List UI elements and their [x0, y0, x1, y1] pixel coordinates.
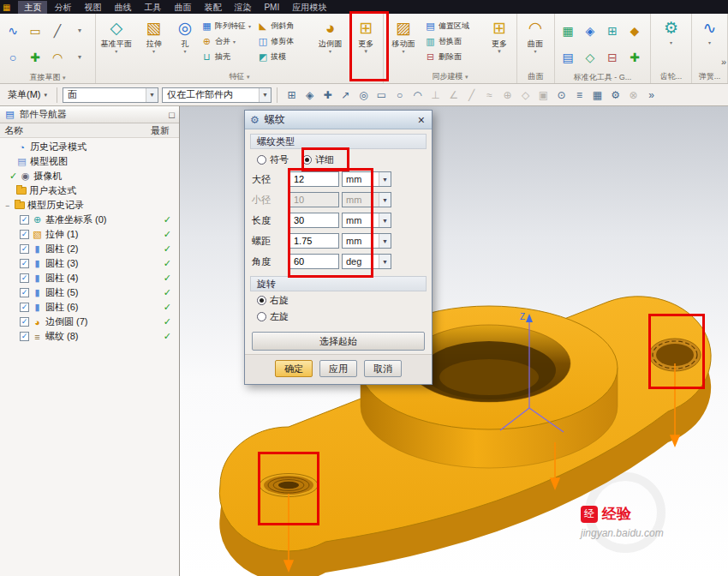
unit-select[interactable]: mm ▼	[342, 213, 391, 228]
point-snap-icon[interactable]: ✚	[319, 87, 337, 104]
checkbox-icon[interactable]: ✓	[20, 215, 29, 225]
checkbox-icon[interactable]: ✓	[20, 288, 29, 297]
std-tool-icon[interactable]: ⊞	[601, 17, 624, 44]
radio-detailed[interactable]: 详细	[302, 153, 334, 166]
draft-button[interactable]: ◩ 拔模	[255, 51, 311, 63]
sketch-more2-icon[interactable]: ▾	[69, 44, 91, 70]
unite-button[interactable]: ⊕ 合并▾	[200, 35, 255, 48]
tree-item-cylinder[interactable]: ✓ ▮ 圆柱 (2) ✓	[0, 242, 179, 256]
shell-button[interactable]: ⊔ 抽壳	[200, 51, 255, 63]
offset-region-button[interactable]: ▤ 偏置区域	[423, 20, 483, 33]
pitch-input[interactable]	[289, 233, 339, 249]
arc-icon[interactable]: ◠	[409, 87, 427, 104]
grid-snap-icon[interactable]: ⊞	[283, 87, 301, 104]
feature-more-button[interactable]: ⊞ 更多 ▼	[349, 15, 383, 70]
undock-icon[interactable]: □	[169, 110, 175, 120]
rectangle-icon[interactable]: ▭	[373, 87, 391, 104]
major-diameter-input[interactable]	[289, 171, 339, 187]
surface-button[interactable]: ◠ 曲面 ▾	[517, 15, 553, 70]
checkbox-icon[interactable]: ✓	[20, 332, 29, 341]
circle-tool-icon[interactable]: ○	[2, 44, 24, 70]
tree-item-thread[interactable]: ✓ ≡ 螺纹 (8) ✓	[0, 329, 179, 344]
circle-icon[interactable]: ○	[391, 87, 409, 104]
radio-symbolic[interactable]: 符号	[257, 153, 289, 166]
studio-spline-icon[interactable]: ∿	[2, 17, 24, 44]
settings-icon[interactable]: ⚙	[606, 87, 624, 104]
tree-item-user-expressions[interactable]: 用户表达式	[0, 183, 179, 198]
tree-item-cylinder[interactable]: ✓ ▮ 圆柱 (4) ✓	[0, 271, 179, 285]
rotation-section-header[interactable]: 旋转	[250, 276, 427, 291]
apply-button[interactable]: 应用	[319, 360, 357, 377]
rectangle-tool-icon[interactable]: ▭	[24, 17, 46, 44]
arc-tool-icon[interactable]: ◠	[46, 44, 69, 70]
tree-item-edge-blend[interactable]: ✓ ◕ 边倒圆 (7) ✓	[0, 315, 179, 329]
menu-button[interactable]: 菜单(M)▾	[3, 87, 51, 103]
checkbox-icon[interactable]: ✓	[20, 317, 29, 327]
no-snap-icon[interactable]: ⊗	[624, 87, 642, 104]
tab-application[interactable]: 应用模块	[286, 1, 332, 14]
mesh-icon[interactable]: ▦	[588, 87, 606, 104]
std-tool-icon[interactable]: ◇	[579, 44, 601, 70]
tab-analysis[interactable]: 分析	[48, 1, 77, 14]
angle-input[interactable]	[289, 254, 339, 269]
radio-left-hand[interactable]: 左旋	[257, 310, 420, 323]
cancel-button[interactable]: 取消	[364, 360, 402, 377]
checkbox-icon[interactable]: ✓	[20, 259, 29, 268]
type-filter-combo[interactable]: 面 ▼	[63, 87, 158, 103]
line-tool-icon[interactable]: ╱	[46, 17, 69, 44]
tree-item-cylinder[interactable]: ✓ ▮ 圆柱 (6) ✓	[0, 300, 179, 315]
tree-item-extrude[interactable]: ✓ ▧ 拉伸 (1) ✓	[0, 227, 179, 242]
tab-assembly[interactable]: 装配	[198, 1, 227, 14]
scope-combo[interactable]: 仅在工作部件内 ▼	[162, 87, 272, 103]
unit-select[interactable]: deg ▼	[342, 254, 391, 269]
tree-item-cylinder[interactable]: ✓ ▮ 圆柱 (3) ✓	[0, 256, 179, 271]
std-tool-icon[interactable]: ◈	[579, 17, 601, 44]
unit-select[interactable]: mm ▼	[342, 233, 391, 249]
delete-face-button[interactable]: ⊟ 删除面	[423, 51, 483, 63]
checkbox-icon[interactable]: ✓	[20, 303, 29, 312]
trim-body-button[interactable]: ◫ 修剪体	[255, 35, 311, 48]
list-icon[interactable]: ≡	[570, 87, 588, 104]
vector-icon[interactable]: ↗	[337, 87, 355, 104]
column-header-name[interactable]: 名称	[4, 124, 23, 137]
length-input[interactable]	[289, 213, 339, 228]
select-start-button[interactable]: 选择起始	[252, 332, 425, 351]
panel-icon[interactable]: ▣	[534, 87, 552, 104]
tab-pmi[interactable]: PMI	[258, 1, 285, 14]
datum-plane-button[interactable]: ◇ 基准平面 ▾	[96, 15, 137, 70]
std-tool-icon[interactable]: ✚	[624, 44, 646, 70]
threaded-hole-left[interactable]	[260, 474, 318, 497]
move-face-button[interactable]: ▨ 移动面 ▾	[384, 15, 423, 70]
std-tool-icon[interactable]: ⊟	[601, 44, 624, 70]
tree-item-cylinder[interactable]: ✓ ▮ 圆柱 (5) ✓	[0, 285, 179, 300]
offset-icon[interactable]: ⊕	[498, 87, 516, 104]
std-tool-icon[interactable]: ▦	[557, 17, 579, 44]
angle-icon[interactable]: ∠	[445, 87, 462, 104]
unit-select[interactable]: mm ▼	[342, 171, 391, 187]
tab-surface[interactable]: 曲面	[168, 1, 197, 14]
radio-right-hand[interactable]: 右旋	[257, 294, 420, 307]
tab-view[interactable]: 视图	[78, 1, 107, 14]
tab-render[interactable]: 渲染	[228, 1, 257, 14]
ribbon-scroll-more-icon[interactable]: »	[721, 57, 726, 67]
edge-blend-button[interactable]: ◕ 边倒圆 ▾	[312, 15, 349, 70]
gear-tools-button[interactable]: ⚙ ▾	[653, 15, 690, 70]
perpendicular-icon[interactable]: ⊥	[427, 87, 445, 104]
tree-item-history-mode[interactable]: ◔ 历史记录模式	[0, 140, 179, 154]
checkbox-icon[interactable]: ✓	[20, 273, 29, 283]
tab-curve[interactable]: 曲线	[108, 1, 137, 14]
diamond-snap-icon[interactable]: ◇	[516, 87, 534, 104]
tree-item-cameras[interactable]: ✓ ◉ 摄像机	[0, 169, 179, 183]
center-snap-icon[interactable]: ◎	[355, 87, 373, 104]
midpoint-snap-icon[interactable]: ◈	[301, 87, 319, 104]
expander-icon[interactable]: −	[5, 201, 12, 210]
std-tool-icon[interactable]: ◆	[624, 17, 646, 44]
curve-icon[interactable]: ≈	[480, 87, 498, 104]
tree-item-model-history[interactable]: − 模型历史记录	[0, 198, 179, 213]
hole-button[interactable]: ◎ 孔 ▾	[170, 15, 200, 70]
replace-face-button[interactable]: ▥ 替换面	[423, 35, 483, 48]
column-header-latest[interactable]: 最新	[151, 124, 170, 137]
chamfer-button[interactable]: ◣ 倒斜角	[255, 20, 311, 33]
std-tool-icon[interactable]: ▤	[557, 44, 579, 70]
thread-type-section-header[interactable]: 螺纹类型	[250, 134, 427, 149]
